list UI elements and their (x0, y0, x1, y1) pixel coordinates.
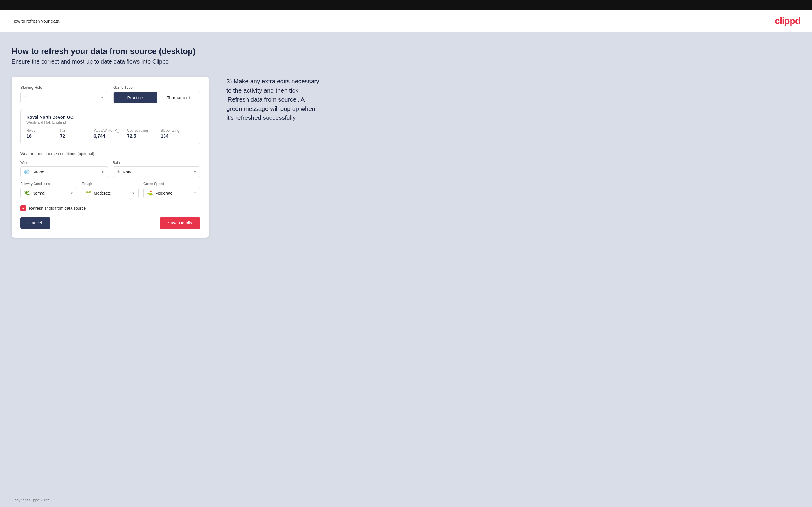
top-bar (0, 0, 812, 10)
header: How to refresh your data clippd (0, 10, 812, 32)
game-type-label: Game Type (113, 85, 200, 90)
green-speed-label: Green Speed (143, 182, 200, 186)
green-speed-icon: ⛳ (147, 190, 153, 196)
course-name: Royal North Devon GC, (27, 115, 194, 119)
rough-group: Rough 🌱 Moderate ▼ (82, 182, 139, 199)
main-row: Starting Hole 1 ▼ Game Type Practice Tou… (12, 76, 800, 237)
page-heading: How to refresh your data from source (de… (12, 47, 800, 56)
fairway-dropdown-left: 🌿 Normal (24, 190, 45, 196)
rain-icon: ☀ (116, 169, 120, 175)
yards-stat: Yards/White (M)) 6,744 (94, 128, 127, 139)
instruction-text: 3) Make any extra edits necessary to the… (226, 76, 319, 122)
slope-rating-stat: Slope rating 134 (160, 128, 194, 139)
logo: clippd (775, 16, 800, 26)
fairway-rough-green-row: Fairway Conditions 🌿 Normal ▼ Rough 🌱 (20, 182, 200, 199)
rain-value: None (123, 170, 133, 174)
fairway-icon: 🌿 (24, 190, 30, 196)
green-speed-dropdown-left: ⛳ Moderate (147, 190, 172, 196)
green-speed-group: Green Speed ⛳ Moderate ▼ (143, 182, 200, 199)
rough-dropdown[interactable]: 🌱 Moderate ▼ (82, 188, 139, 199)
starting-hole-select-wrapper[interactable]: 1 ▼ (20, 92, 107, 103)
game-type-toggle: Practice Tournament (113, 92, 200, 103)
course-table: Royal North Devon GC, Westward Ho!, Engl… (20, 109, 200, 145)
holes-stat: Holes 18 (27, 128, 60, 139)
green-speed-value: Moderate (155, 191, 172, 195)
rough-value: Moderate (94, 191, 111, 195)
tournament-button[interactable]: Tournament (157, 92, 200, 103)
save-details-button[interactable]: Save Details (160, 217, 200, 229)
fairway-dropdown[interactable]: 🌿 Normal ▼ (20, 188, 77, 199)
par-stat: Par 72 (60, 128, 94, 139)
wind-icon: 💨 (24, 169, 30, 175)
course-rating-label: Course rating (127, 128, 161, 132)
starting-hole-group: Starting Hole 1 ▼ (20, 85, 107, 103)
rough-label: Rough (82, 182, 139, 186)
holes-value: 18 (27, 134, 60, 139)
fairway-label: Fairway Conditions (20, 182, 77, 186)
form-card: Starting Hole 1 ▼ Game Type Practice Tou… (12, 76, 209, 237)
cancel-button[interactable]: Cancel (20, 217, 50, 229)
action-row: Cancel Save Details (20, 217, 200, 229)
slope-rating-label: Slope rating (160, 128, 194, 132)
refresh-checkbox-row: ✓ Refresh shots from data source (20, 205, 200, 211)
rain-dropdown-left: ☀ None (116, 169, 133, 175)
rain-caret-icon: ▼ (193, 170, 197, 174)
right-info: 3) Make any extra edits necessary to the… (226, 76, 319, 122)
content-area: How to refresh your data from source (de… (0, 32, 812, 493)
yards-value: 6,744 (94, 134, 127, 139)
wind-dropdown-left: 💨 Strong (24, 169, 44, 175)
rain-dropdown[interactable]: ☀ None ▼ (113, 167, 200, 177)
fairway-caret-icon: ▼ (70, 191, 73, 195)
holes-label: Holes (27, 128, 60, 132)
refresh-checkbox[interactable]: ✓ (20, 205, 26, 211)
practice-button[interactable]: Practice (113, 92, 157, 103)
wind-caret-icon: ▼ (101, 170, 104, 174)
top-form-row: Starting Hole 1 ▼ Game Type Practice Tou… (20, 85, 200, 103)
rough-dropdown-left: 🌱 Moderate (86, 190, 111, 196)
page-subheading: Ensure the correct and most up to date d… (12, 58, 800, 65)
slope-rating-value: 134 (160, 134, 194, 139)
conditions-section-title: Weather and course conditions (optional) (20, 152, 200, 156)
course-rating-stat: Course rating 72.5 (127, 128, 161, 139)
green-speed-dropdown[interactable]: ⛳ Moderate ▼ (143, 188, 200, 199)
wind-dropdown[interactable]: 💨 Strong ▼ (20, 167, 108, 177)
course-location: Westward Ho!, England (27, 120, 194, 124)
wind-group: Wind 💨 Strong ▼ (20, 161, 108, 177)
check-icon: ✓ (22, 206, 25, 211)
course-stats: Holes 18 Par 72 Yards/White (M)) 6,744 C… (27, 128, 194, 139)
green-speed-caret-icon: ▼ (193, 191, 197, 195)
fairway-group: Fairway Conditions 🌿 Normal ▼ (20, 182, 77, 199)
wind-rain-row: Wind 💨 Strong ▼ Rain ☀ None (20, 161, 200, 177)
par-value: 72 (60, 134, 94, 139)
rough-caret-icon: ▼ (132, 191, 135, 195)
copyright-text: Copyright Clippd 2022 (12, 498, 49, 502)
rain-label: Rain (113, 161, 200, 165)
refresh-label: Refresh shots from data source (29, 206, 86, 211)
yards-label: Yards/White (M)) (94, 128, 127, 132)
wind-label: Wind (20, 161, 108, 165)
par-label: Par (60, 128, 94, 132)
game-type-group: Game Type Practice Tournament (113, 85, 200, 103)
wind-value: Strong (32, 170, 44, 174)
starting-hole-select[interactable]: 1 (20, 92, 107, 103)
header-title: How to refresh your data (12, 18, 59, 23)
starting-hole-label: Starting Hole (20, 85, 107, 90)
course-rating-value: 72.5 (127, 134, 161, 139)
footer: Copyright Clippd 2022 (0, 493, 812, 507)
fairway-value: Normal (32, 191, 45, 195)
rough-icon: 🌱 (86, 190, 92, 196)
rain-group: Rain ☀ None ▼ (113, 161, 200, 177)
